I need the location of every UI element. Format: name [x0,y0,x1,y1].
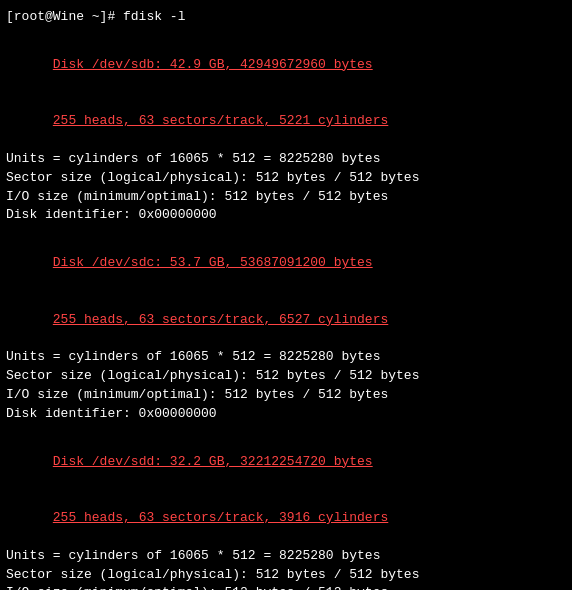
units-line-sdc: Units = cylinders of 16065 * 512 = 82252… [6,348,566,367]
disk-header-sdd: Disk /dev/sdd: 32.2 GB, 32212254720 byte… [53,454,373,469]
io-line-sdb: I/O size (minimum/optimal): 512 bytes / … [6,188,566,207]
heads-line-sdc: 255 heads, 63 sectors/track, 6527 cylind… [6,292,566,349]
sector-line-sdd: Sector size (logical/physical): 512 byte… [6,566,566,585]
disk-line-sdd: Disk /dev/sdd: 32.2 GB, 32212254720 byte… [6,434,566,491]
diskid-line-sdb: Disk identifier: 0x00000000 [6,206,566,225]
terminal: [root@Wine ~]# fdisk -l Disk /dev/sdb: 4… [6,8,566,590]
heads-header-sdd: 255 heads, 63 sectors/track, 3916 cylind… [53,510,388,525]
heads-line-sdb: 255 heads, 63 sectors/track, 5221 cylind… [6,93,566,150]
disk-block-sdd: Disk /dev/sdd: 32.2 GB, 32212254720 byte… [6,434,566,590]
disk-block-sdc: Disk /dev/sdc: 53.7 GB, 53687091200 byte… [6,235,566,423]
disk-line-sdb: Disk /dev/sdb: 42.9 GB, 42949672960 byte… [6,37,566,94]
prompt-line: [root@Wine ~]# fdisk -l [6,8,566,27]
heads-line-sdd: 255 heads, 63 sectors/track, 3916 cylind… [6,490,566,547]
disk-header-sdb: Disk /dev/sdb: 42.9 GB, 42949672960 byte… [53,57,373,72]
sector-line-sdc: Sector size (logical/physical): 512 byte… [6,367,566,386]
io-line-sdc: I/O size (minimum/optimal): 512 bytes / … [6,386,566,405]
heads-header-sdb: 255 heads, 63 sectors/track, 5221 cylind… [53,113,388,128]
sector-line-sdb: Sector size (logical/physical): 512 byte… [6,169,566,188]
diskid-line-sdc: Disk identifier: 0x00000000 [6,405,566,424]
units-line-sdd: Units = cylinders of 16065 * 512 = 82252… [6,547,566,566]
units-line-sdb: Units = cylinders of 16065 * 512 = 82252… [6,150,566,169]
disk-header-sdc: Disk /dev/sdc: 53.7 GB, 53687091200 byte… [53,255,373,270]
disk-block-sdb: Disk /dev/sdb: 42.9 GB, 42949672960 byte… [6,37,566,225]
disk-line-sdc: Disk /dev/sdc: 53.7 GB, 53687091200 byte… [6,235,566,292]
heads-header-sdc: 255 heads, 63 sectors/track, 6527 cylind… [53,312,388,327]
io-line-sdd: I/O size (minimum/optimal): 512 bytes / … [6,584,566,590]
